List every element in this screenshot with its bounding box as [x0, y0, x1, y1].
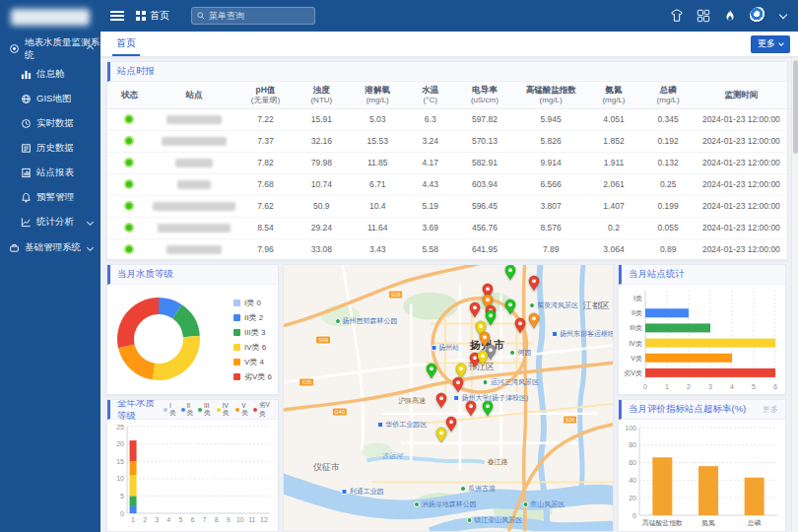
map-pin-red[interactable] [452, 376, 465, 393]
more-button[interactable]: 更多 [751, 35, 790, 53]
legend-item-劣V类[interactable]: 劣V类 [253, 401, 271, 419]
map-pin-red[interactable] [527, 275, 540, 292]
donut-slice-劣V类 [117, 298, 159, 348]
tab-home[interactable]: 首页 [112, 32, 140, 56]
table-row[interactable]: 7.8279.9811.854.17582.919.9141.9110.1322… [107, 152, 787, 173]
chevron-down-icon [778, 40, 784, 46]
poi-icon [522, 501, 528, 507]
map-pin-orange[interactable] [527, 312, 540, 329]
user-menu-chevron-icon[interactable] [779, 10, 787, 18]
value-cell: 1.407 [586, 195, 640, 217]
sidebar-item-实时数据[interactable]: 实时数据 [0, 111, 100, 136]
value-cell: 2.061 [586, 173, 640, 195]
legend-item-I类[interactable]: I类 [164, 402, 176, 418]
search-input[interactable] [209, 11, 309, 21]
svg-text:3: 3 [155, 516, 159, 523]
station-cell [152, 130, 236, 152]
table-row[interactable]: 8.5429.2411.643.69456.768.5760.20.055202… [107, 217, 787, 238]
value-cell: 7.68 [236, 173, 295, 195]
road-badge-G40: G40 [332, 407, 348, 416]
status-cell [107, 108, 152, 130]
legend-label: 劣V类 6 [244, 371, 272, 382]
sidebar-item-历史数据[interactable]: 历史数据 [0, 136, 100, 161]
map-pin-green[interactable] [482, 400, 495, 417]
base-system-icon [9, 242, 20, 253]
map-pin-red[interactable] [465, 400, 478, 417]
value-cell: 2024-01-23 12:00:00 [696, 152, 787, 173]
legend-item-V类[interactable]: V类 [235, 402, 248, 418]
table-row[interactable]: 7.9633.083.435.58641.957.893.0640.892024… [107, 238, 787, 259]
flame-icon[interactable] [723, 9, 737, 23]
value-cell: 2024-01-23 12:00:00 [696, 238, 787, 259]
exceed-rate-more-link[interactable]: 更多 [763, 404, 778, 415]
value-cell: 0.89 [641, 238, 696, 259]
user-avatar[interactable] [750, 7, 767, 25]
legend-item-III类[interactable]: III类 [198, 402, 212, 418]
value-cell: 582.91 [454, 152, 515, 173]
legend-item-IV类[interactable]: IV类 6 [233, 340, 272, 355]
sidebar-item-站点报表[interactable]: 站点报表 [0, 161, 100, 185]
table-row[interactable]: 7.2215.915.036.3597.825.9454.0510.345202… [107, 108, 787, 130]
sidebar-item-label: 站点报表 [36, 166, 74, 179]
value-cell: 3.43 [349, 238, 407, 259]
map-label: 江都区 [583, 299, 610, 311]
map-label: 仪征市 [313, 461, 340, 474]
legend-item-劣V类[interactable]: 劣V类 6 [233, 369, 272, 384]
dashboard-icon [21, 69, 32, 80]
sidebar-item-GIS地图[interactable]: GIS地图 [0, 87, 100, 111]
table-row[interactable]: 7.3732.1615.533.24570.135.8261.8520.1922… [107, 130, 787, 152]
map-pin-red[interactable] [514, 317, 527, 334]
menu-group-0[interactable]: 地表水质量监测系统 [0, 35, 100, 62]
value-cell: 2024-01-23 12:00:00 [696, 130, 787, 152]
legend-item-III类[interactable]: III类 3 [233, 325, 272, 340]
map-pin-green[interactable] [426, 363, 438, 379]
map-pin-red[interactable] [435, 392, 448, 409]
menu-search[interactable] [191, 7, 315, 25]
hamburger-menu-icon[interactable] [110, 9, 124, 23]
legend-item-V类[interactable]: V类 4 [233, 355, 272, 369]
map-pin-green[interactable] [504, 264, 517, 281]
map-pin-red[interactable] [468, 301, 481, 318]
sidebar-item-预警管理[interactable]: 预警管理 [0, 185, 100, 210]
station-cell [152, 238, 236, 259]
map-label: 沪陕高速 [398, 396, 426, 406]
column-header: 氨氮(mg/L) [586, 82, 640, 108]
legend-item-I类[interactable]: I类 0 [233, 296, 272, 310]
poi-icon [414, 501, 420, 507]
exceed-rate-panel: 当月评价指标站点超标率(%) 更多 020406080100高锰酸盐指数氨氮总磷 [618, 399, 786, 532]
donut-slice-IV类 [153, 336, 200, 380]
poi-icon [454, 395, 460, 401]
legend-item-IV类[interactable]: IV类 [217, 402, 231, 418]
svg-text:9: 9 [227, 516, 231, 523]
map-label: 运河三湾风景区 [483, 377, 539, 387]
chevron-down-icon [87, 244, 94, 251]
station-cell [152, 217, 236, 238]
nav-home[interactable]: 首页 [136, 9, 169, 23]
gis-map-icon [21, 94, 32, 104]
map-canvas[interactable]: S49S28G40X35S36扬州市邗江区江都区仪征市扬州站何园茱萸湾风景区运河… [284, 265, 613, 531]
value-cell: 9.914 [515, 152, 586, 173]
alert-icon [21, 192, 32, 203]
legend-item-II类[interactable]: II类 2 [233, 310, 272, 325]
menu-group-1[interactable]: 基础管理系统 [0, 234, 100, 261]
legend-item-II类[interactable]: II类 [181, 402, 194, 418]
map-pin-yellow[interactable] [477, 350, 490, 366]
theme-shirt-icon[interactable] [670, 9, 684, 23]
value-cell: 0.192 [641, 130, 696, 152]
value-cell: 597.82 [454, 108, 515, 130]
map-pin-yellow[interactable] [435, 427, 448, 443]
table-row[interactable]: 7.6250.910.45.19596.453.8071.4070.199202… [107, 195, 787, 217]
column-header: 溶解氧(mg/L) [349, 82, 407, 108]
value-cell: 7.89 [515, 238, 586, 259]
map-label: 茱萸湾风景区 [529, 300, 578, 310]
table-row[interactable]: 7.6810.746.714.43603.946.5662.0610.25202… [107, 173, 787, 195]
chart-svg: 0510152025123456789101112 [107, 420, 276, 529]
map-label: 春江路 [488, 457, 508, 467]
sidebar-item-信息舱[interactable]: 信息舱 [0, 62, 100, 87]
map-pin-green[interactable] [504, 299, 517, 315]
sidebar-item-统计分析[interactable]: 统计分析 [0, 210, 100, 234]
layout-size-icon[interactable] [697, 9, 710, 23]
scrollbar-thumb[interactable] [793, 60, 798, 154]
svg-text:8: 8 [215, 516, 219, 523]
value-cell: 11.64 [349, 217, 407, 238]
